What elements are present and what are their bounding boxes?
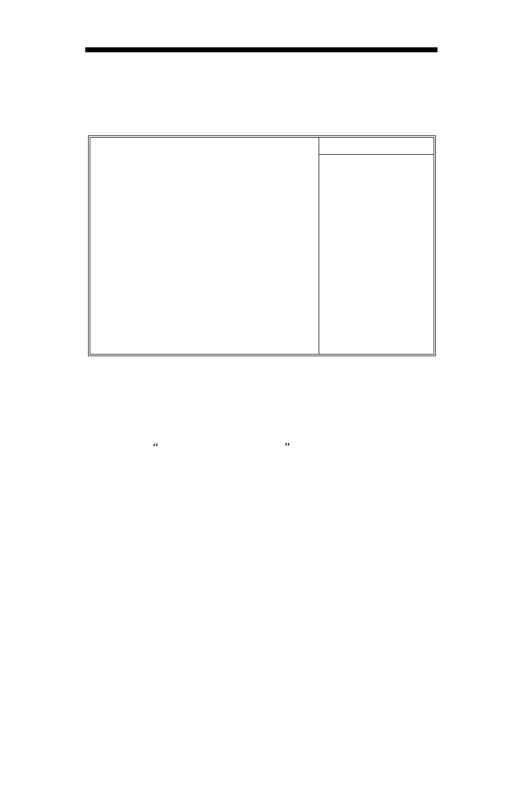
bottom-rule xyxy=(85,688,438,693)
vertical-divider xyxy=(319,138,319,354)
close-quote: ” xyxy=(285,440,290,454)
top-rule xyxy=(85,47,438,52)
page: “ ” xyxy=(0,0,525,812)
open-quote: “ xyxy=(153,440,158,454)
table-box xyxy=(88,135,436,356)
header-divider xyxy=(319,154,434,155)
